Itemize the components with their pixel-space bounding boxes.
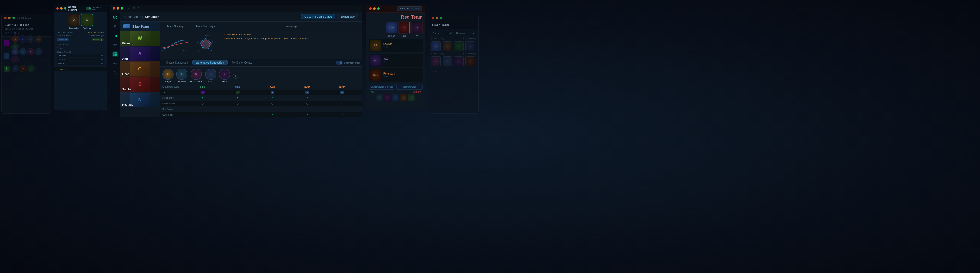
comp-champion-pool-toggle[interactable]: Champion Pool [86, 6, 104, 11]
sugg-champ-mordekaiser[interactable]: M Mordekaiser [190, 69, 203, 83]
leesin-row[interactable]: LS Lee Sin ✎ ⊕ [369, 39, 423, 52]
warning-dot: › [224, 34, 225, 36]
lane-tier-badges: ✎ ⊕ [57, 46, 104, 49]
brush-icon[interactable]: ✏ [11, 32, 13, 35]
snapshot-grid [369, 94, 423, 101]
suggested-champions-row: K Kayle T Trundle [160, 67, 362, 84]
svg-marker-1 [114, 16, 116, 19]
switch-side-btn[interactable]: Switch-side [337, 14, 358, 19]
red-champ-selected[interactable]: ? [399, 22, 410, 33]
champ-slot-samira[interactable]: S Samira [120, 77, 159, 92]
comp-slots-row: D Darigotsink W Wukong [56, 14, 105, 29]
scene: Patch 13.21 Flexible Tier List Edit your… [0, 0, 980, 273]
dot-green-comp [64, 7, 66, 10]
stats-row-synergies: Synergies ✓ ✓ ✓ ✓ ✓ [160, 112, 362, 117]
settings-icon[interactable]: ⚙ [14, 32, 16, 35]
clash-dropdown-2[interactable]: Ronaldo [455, 31, 476, 35]
warnings-header: Warnings [221, 22, 362, 31]
sugg-champ-irelia[interactable]: I Irelia [205, 69, 216, 83]
sugg-champ-kayle[interactable]: K Kayle [162, 69, 173, 83]
my-sinner-comp-tab[interactable]: My Sinner Comp.. [228, 60, 256, 65]
comp-info-row-strategy: Stay Safe Follow Up [57, 38, 104, 41]
screen-ready-label-2: Screen Ready [463, 38, 476, 40]
clash-dropdowns: Ronnge Ronaldo [429, 29, 478, 37]
comp-champ-slot-1[interactable]: D Darigotsink [68, 14, 80, 29]
champ-slot-gnar[interactable]: G Gnar [120, 62, 159, 77]
mini-champ: T [19, 48, 27, 56]
vex-row[interactable]: Vex Vex ✎ [369, 54, 423, 67]
stars-icon[interactable]: ★ [17, 32, 19, 35]
renekton-row[interactable]: Ren Renekton ✎ ⊕ [369, 68, 423, 82]
comp-champ-slot-2[interactable]: W Wukong [81, 14, 93, 29]
clash-add-icon[interactable]: + [435, 70, 436, 73]
stats-row-tier: Tier S B A A A [160, 90, 362, 95]
sidebar-stats-icon[interactable] [112, 33, 118, 38]
tier-row-a: A K T M I S [2, 49, 51, 62]
filter-icon[interactable]: ⊞ [5, 32, 6, 35]
snap-champ-4 [400, 94, 407, 101]
tier-row-s: S W A G N S [2, 37, 51, 49]
stats-row-bad: Bad Against — — — — — [160, 106, 362, 112]
teams-area: Blue Team W Wukong [120, 22, 362, 117]
champ-slot-nautilus[interactable]: N Nautilus [120, 92, 159, 108]
mini-champ: S [11, 56, 19, 63]
counter-invade-invade-btn[interactable]: Counter Invade & Invade [369, 84, 395, 90]
gamestyle-chart: Engage Pick Protect Siege Split [190, 31, 221, 59]
bad-cells: — — — — — [185, 108, 360, 111]
comp-info-row-1: High Damage AD High Damage AD [57, 31, 104, 33]
pick-item[interactable]: Graves ▶ [57, 58, 104, 61]
champ-name-nautilus: Nautilus [122, 103, 133, 106]
classic-suggestion-tab[interactable]: Classic Suggestion [162, 60, 192, 65]
champ-slot-wukong[interactable]: W Wukong [120, 31, 159, 46]
more-suggestions-btn[interactable]: + [233, 73, 239, 79]
sidebar-user-icon[interactable] [112, 70, 118, 75]
sidebar-settings-icon[interactable] [112, 60, 118, 66]
back-to-draft-btn[interactable]: Back to Draft Page [397, 6, 422, 11]
svg-rect-7 [114, 52, 115, 54]
sidebar-grid-icon[interactable] [112, 51, 118, 57]
automated-suggestion-tab[interactable]: Automated Suggestion [192, 60, 228, 65]
edit-lane-icon[interactable]: ✎ [57, 46, 59, 49]
mini-champ: J [27, 65, 35, 72]
tier-a-champs: K T M I S [11, 48, 49, 63]
champ-slot-ahri[interactable]: A Ahri [120, 46, 159, 62]
renekton-icons: ✎ ⊕ [383, 76, 395, 78]
tier-cells: S B A A A [185, 91, 360, 94]
sidebar-champ-icon[interactable] [112, 24, 118, 29]
dot-green [12, 17, 15, 19]
edit-icon[interactable]: ✎ [8, 32, 10, 35]
clash-edit-icon[interactable]: ✎ [431, 70, 433, 73]
pick-item[interactable]: Vladimirl ▶ [57, 54, 104, 57]
counter-invade-btn[interactable]: Counter Invade [396, 84, 423, 90]
clash-title: Clash Team [432, 24, 475, 27]
pre-game-guide-btn[interactable]: Go to Pre-Game Guide [301, 14, 335, 19]
snap-champ-3 [392, 94, 399, 101]
champion-pool-toggle[interactable]: Champion Pool [336, 61, 360, 65]
red-champ-lucian[interactable]: Luc [386, 22, 397, 33]
svg-text:Late: Late [183, 50, 186, 52]
svg-rect-10 [115, 54, 117, 56]
counter-invade-buttons: Counter Invade & Invade Counter Invade [369, 84, 423, 90]
mini-champ: K [11, 48, 19, 56]
mode-label: Game Mode | [124, 15, 143, 19]
dot-green-main [121, 7, 123, 10]
red-team-title: Red Team [369, 14, 423, 20]
tier-s-badge: S [3, 40, 10, 46]
clash-dropdown-1[interactable]: Ronnge [431, 31, 453, 35]
target-icon[interactable]: ⊕ [60, 46, 62, 49]
clash-panel: Clash Team Ronnge Ronaldo Screen Ready S… [429, 14, 479, 114]
red-champ-names-row: Lucian Nami ? [369, 35, 423, 37]
mini-champ: A [19, 35, 27, 43]
svg-text:Siege: Siege [197, 50, 201, 52]
svg-point-11 [115, 63, 116, 64]
pick-item[interactable]: Aatrox ▶ [57, 62, 104, 65]
mini-champ: W [11, 35, 19, 43]
sugg-champ-trundle[interactable]: T Trundle [176, 69, 187, 83]
dot-yellow-comp [60, 7, 62, 10]
red-champ-3[interactable]: ? [411, 22, 423, 33]
tier-b-badge: B [3, 65, 10, 72]
sugg-champ-sylas[interactable]: S Sylas [219, 69, 230, 83]
dot-red [4, 17, 6, 19]
tier-panel-titlebar: Patch 13.21 [2, 14, 51, 21]
sidebar-star-icon[interactable] [112, 42, 118, 48]
